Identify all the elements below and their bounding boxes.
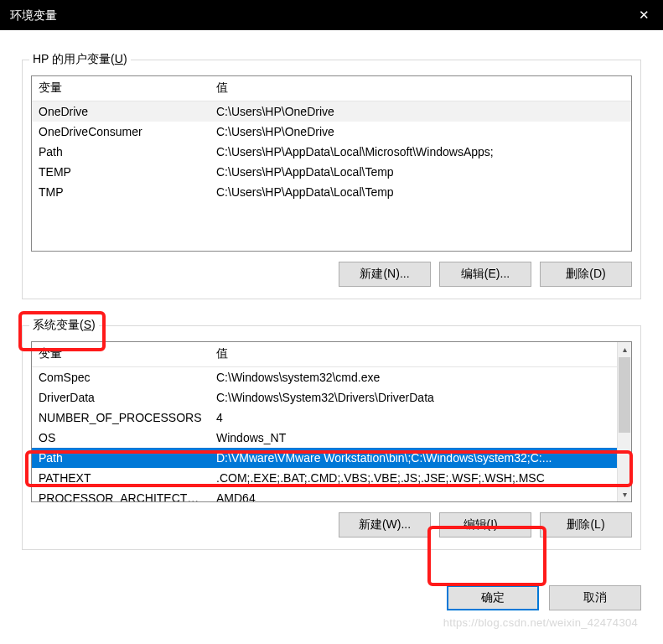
- user-new-button[interactable]: 新建(N)...: [339, 262, 431, 287]
- col-header-value: 值: [210, 76, 631, 101]
- cell-variable: OneDriveConsumer: [32, 122, 210, 142]
- user-vars-legend: HP 的用户变量(U): [29, 52, 131, 67]
- cell-value: C:\Users\HP\AppData\Local\Microsoft\Wind…: [210, 142, 631, 162]
- system-new-button[interactable]: 新建(W)...: [339, 512, 431, 538]
- col-header-value: 值: [210, 342, 631, 366]
- cell-value: C:\Users\HP\OneDrive: [210, 101, 631, 122]
- cell-variable: Path: [32, 448, 210, 468]
- table-row[interactable]: OneDriveConsumerC:\Users\HP\OneDrive: [32, 122, 631, 142]
- cell-value: 4: [210, 408, 631, 428]
- cell-value: C:\Users\HP\AppData\Local\Temp: [210, 162, 631, 182]
- cell-value: C:\Windows\System32\Drivers\DriverData: [210, 387, 631, 408]
- table-row[interactable]: TMPC:\Users\HP\AppData\Local\Temp: [32, 182, 631, 202]
- table-row[interactable]: DriverDataC:\Windows\System32\Drivers\Dr…: [32, 387, 631, 408]
- cell-value: Windows_NT: [210, 428, 631, 448]
- cell-variable: PATHEXT: [32, 468, 210, 488]
- system-vars-group: 系统变量(S) 变量 值 ComSpecC:\Windows\system32\…: [22, 318, 641, 550]
- cell-variable: ComSpec: [32, 367, 210, 387]
- watermark: https://blog.csdn.net/weixin_42474304: [443, 616, 638, 629]
- cell-value: D:\VMware\VMware Workstation\bin\;C:\Win…: [210, 448, 631, 468]
- scroll-up-arrow-icon[interactable]: ▴: [618, 342, 631, 356]
- system-delete-button[interactable]: 删除(L): [540, 512, 632, 538]
- system-vars-list[interactable]: 变量 值 ComSpecC:\Windows\system32\cmd.exeD…: [31, 341, 632, 502]
- user-list-header: 变量 值: [32, 76, 631, 101]
- cell-value: C:\Windows\system32\cmd.exe: [210, 367, 631, 387]
- cell-variable: NUMBER_OF_PROCESSORS: [32, 408, 210, 428]
- table-row[interactable]: OSWindows_NT: [32, 428, 631, 448]
- col-header-variable: 变量: [32, 342, 210, 366]
- cell-value: C:\Users\HP\AppData\Local\Temp: [210, 182, 631, 202]
- table-row[interactable]: PATHEXT.COM;.EXE;.BAT;.CMD;.VBS;.VBE;.JS…: [32, 468, 631, 488]
- cell-variable: OneDrive: [32, 101, 210, 122]
- title-bar: 环境变量 ✕: [0, 0, 663, 30]
- table-row[interactable]: ComSpecC:\Windows\system32\cmd.exe: [32, 367, 631, 387]
- user-vars-group: HP 的用户变量(U) 变量 值 OneDriveC:\Users\HP\One…: [22, 52, 641, 299]
- table-row[interactable]: PROCESSOR_ARCHITECTUREAMD64: [32, 488, 631, 502]
- cell-variable: PROCESSOR_ARCHITECTURE: [32, 488, 210, 502]
- col-header-variable: 变量: [32, 76, 210, 101]
- cell-value: .COM;.EXE;.BAT;.CMD;.VBS;.VBE;.JS;.JSE;.…: [210, 468, 631, 488]
- table-row[interactable]: PathD:\VMware\VMware Workstation\bin\;C:…: [32, 448, 631, 468]
- table-row[interactable]: TEMPC:\Users\HP\AppData\Local\Temp: [32, 162, 631, 182]
- window-title: 环境变量: [10, 0, 57, 30]
- table-row[interactable]: NUMBER_OF_PROCESSORS4: [32, 408, 631, 428]
- cancel-button[interactable]: 取消: [549, 585, 641, 610]
- system-list-header: 变量 值: [32, 342, 631, 367]
- cell-value: C:\Users\HP\OneDrive: [210, 122, 631, 142]
- scroll-down-arrow-icon[interactable]: ▾: [618, 487, 631, 501]
- table-row[interactable]: OneDriveC:\Users\HP\OneDrive: [32, 101, 631, 122]
- scrollbar[interactable]: ▴ ▾: [617, 342, 631, 501]
- cell-variable: TMP: [32, 182, 210, 202]
- close-icon: ✕: [639, 8, 650, 22]
- table-row[interactable]: PathC:\Users\HP\AppData\Local\Microsoft\…: [32, 142, 631, 162]
- user-edit-button[interactable]: 编辑(E)...: [439, 262, 531, 287]
- user-vars-list[interactable]: 变量 值 OneDriveC:\Users\HP\OneDriveOneDriv…: [31, 75, 632, 252]
- ok-button[interactable]: 确定: [447, 585, 539, 610]
- cell-value: AMD64: [210, 488, 631, 502]
- system-edit-button[interactable]: 编辑(I)...: [439, 512, 531, 538]
- close-button[interactable]: ✕: [624, 0, 663, 30]
- cell-variable: OS: [32, 428, 210, 448]
- system-vars-legend: 系统变量(S): [29, 318, 99, 333]
- cell-variable: Path: [32, 142, 210, 162]
- cell-variable: DriverData: [32, 387, 210, 408]
- scrollbar-thumb[interactable]: [619, 357, 630, 433]
- cell-variable: TEMP: [32, 162, 210, 182]
- user-delete-button[interactable]: 删除(D): [540, 262, 632, 287]
